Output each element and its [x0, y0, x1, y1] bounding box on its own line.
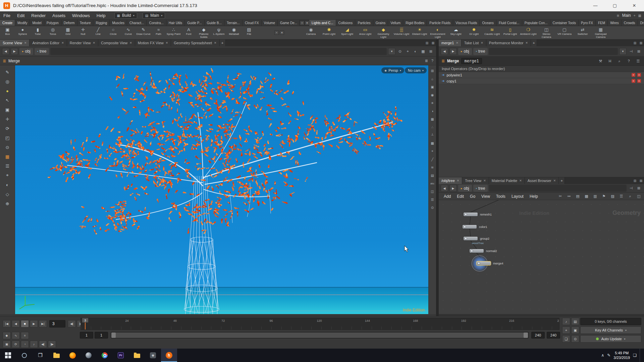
premiere-pro[interactable]: Pr: [113, 349, 129, 362]
shelf-tab-polygon[interactable]: Polygon: [44, 20, 61, 26]
node-merge4[interactable]: [476, 261, 491, 265]
network-menu-edit[interactable]: Edit: [454, 194, 467, 199]
rows-icon[interactable]: ☰: [618, 193, 625, 199]
frame-range-slider[interactable]: [111, 332, 529, 339]
shelf-tab-create[interactable]: Create: [0, 20, 15, 26]
update-options-button[interactable]: ⊙: [571, 335, 579, 343]
back-button[interactable]: ◀: [2, 48, 9, 55]
task-view-button[interactable]: ❐: [32, 349, 48, 362]
pane-tab-geometry-spreadsheet[interactable]: Geometry Spreadsheet✕: [171, 40, 219, 46]
shelf-tab-terrain[interactable]: Terrain...: [224, 20, 243, 26]
clear-input-button[interactable]: ✕: [632, 79, 635, 83]
align-icon[interactable]: ≔: [566, 193, 572, 199]
menu-help[interactable]: Help: [93, 11, 109, 19]
menu-render[interactable]: Render: [28, 11, 49, 19]
range-start-handle[interactable]: [111, 333, 116, 338]
split-icon[interactable]: ⊞: [428, 48, 434, 55]
close-tab-icon[interactable]: ✕: [129, 41, 132, 45]
shelf-tab-game-de[interactable]: Game De...: [278, 20, 300, 26]
shelf-tool-ambient-light[interactable]: ❍Ambient Light: [519, 26, 537, 39]
input-row-polywire1[interactable]: ➔polywire1✕✕: [439, 72, 644, 78]
shelf-add-icon[interactable]: +: [300, 21, 304, 25]
range-bar[interactable]: [111, 333, 528, 338]
shelf-tool-geometry-light[interactable]: ◆Geometry Light: [374, 26, 392, 39]
shelf-tool-sky-light[interactable]: ☁Sky Light: [447, 26, 465, 39]
snap-tool-icon[interactable]: ⌖: [3, 171, 12, 179]
shelf-tool-null[interactable]: ✛Null: [75, 26, 91, 39]
new-pane-tab-button[interactable]: +: [559, 177, 565, 184]
step-back-button[interactable]: ◀|: [39, 341, 47, 348]
close-tab-icon[interactable]: ✕: [519, 179, 522, 182]
shelf-tool-circle[interactable]: ○Circle: [106, 26, 121, 39]
path-field[interactable]: [489, 185, 627, 192]
shelf-tool-gamepad-camera[interactable]: ▦Gamepad Camera: [592, 26, 610, 39]
shelf-tab-muscles[interactable]: Muscles: [110, 20, 127, 26]
path-dropdown-button[interactable]: ▾: [388, 48, 395, 55]
shelf-tab-fem[interactable]: FEM: [596, 20, 608, 26]
pane-tab-render-view[interactable]: Render View✕: [67, 40, 98, 46]
shelf-tab-constra[interactable]: Constra...: [147, 20, 166, 26]
realtime-button[interactable]: ◔: [21, 341, 29, 348]
layout-grid-icon[interactable]: ▦: [638, 14, 641, 17]
pen-icon[interactable]: ✎: [607, 353, 610, 358]
shelf-tool-l-system[interactable]: ψL-System: [211, 26, 226, 39]
pane-tab-scene-view[interactable]: Scene View✕: [0, 40, 30, 46]
node-remesh1[interactable]: [463, 212, 478, 217]
path-field[interactable]: [489, 48, 618, 55]
breadcrumb-tree[interactable]: ▪ tree: [35, 48, 49, 55]
network-canvas[interactable]: Indie Edition Geometry remesh1color1grou…: [439, 200, 644, 314]
shelf-tab-rigid-bodies[interactable]: Rigid Bodies: [403, 20, 427, 26]
node-color1[interactable]: [462, 225, 477, 229]
shelf-tab-wires[interactable]: Wires: [608, 20, 622, 26]
breadcrumb-obj[interactable]: ▸ obj: [458, 185, 472, 192]
firefox[interactable]: [64, 349, 80, 362]
breadcrumb-obj[interactable]: ▸ obj: [19, 48, 33, 55]
draw-tool-icon[interactable]: ✎: [3, 68, 12, 76]
shelf-tool-sphere[interactable]: ●Sphere: [15, 26, 30, 39]
close-tab-icon[interactable]: ✕: [166, 41, 168, 45]
close-tab-icon[interactable]: ✕: [457, 179, 460, 182]
shelf-tab-cloud-fx[interactable]: Cloud FX: [243, 20, 262, 26]
state-help-icon[interactable]: ?: [431, 59, 433, 63]
breadcrumb-tree[interactable]: ▪ tree: [473, 48, 488, 55]
close-tab-icon[interactable]: ✕: [61, 41, 64, 45]
shelf-tool-curve[interactable]: ∿Curve: [121, 26, 136, 39]
shelf-tab-model[interactable]: Model: [30, 20, 44, 26]
shelf-tool-portal-light[interactable]: ▯Portal Light: [501, 26, 519, 39]
paint-tool-icon[interactable]: ●: [3, 87, 12, 95]
houdini[interactable]: h: [161, 349, 177, 362]
home-view-icon[interactable]: ⌂: [429, 75, 436, 82]
desktop-main-select[interactable]: ▤ Main ▾: [143, 12, 165, 19]
back-button[interactable]: ◀: [441, 48, 448, 55]
play-forward-button[interactable]: ▶: [30, 320, 38, 327]
shelf-tab-populate-con[interactable]: Populate Con...: [522, 20, 550, 26]
auto-update-button[interactable]: Auto Update ▾: [580, 335, 641, 343]
folder-shortcut[interactable]: [129, 349, 145, 362]
audio-button[interactable]: ♪: [30, 341, 38, 348]
points-icon[interactable]: ∴: [429, 124, 436, 130]
minimap-icon[interactable]: ◫: [636, 193, 642, 199]
text-display-icon[interactable]: abc: [429, 180, 436, 187]
pane-tab-asset-browser[interactable]: Asset Browser✕: [525, 177, 559, 184]
columns-icon[interactable]: ▥: [592, 193, 598, 199]
close-tab-icon[interactable]: ✕: [214, 41, 217, 45]
close-tab-icon[interactable]: ✕: [526, 41, 528, 45]
step-back-button[interactable]: ◀|: [68, 320, 76, 327]
input-row-copy1[interactable]: ➔copy1✕✕: [439, 78, 644, 84]
camera-select-button[interactable]: No cam ▾: [405, 67, 427, 73]
translate-tool-icon[interactable]: ✛: [3, 115, 12, 123]
shelf-tool-line[interactable]: ╱Line: [91, 26, 106, 39]
shelf-tool-spray-paint[interactable]: ∴Spray Paint: [166, 26, 181, 39]
current-tool-icon[interactable]: ▦: [3, 153, 12, 161]
range-start-field[interactable]: 1: [80, 332, 93, 339]
shelf-tab-pyro-fx[interactable]: Pyro FX: [579, 20, 596, 26]
shelf-tool-box[interactable]: ▣Box: [0, 26, 15, 39]
shelf-tool-platonic-solids[interactable]: ◆Platonic Solids: [196, 26, 211, 39]
network-menu-layout[interactable]: Layout: [508, 194, 527, 199]
timeline-options-button[interactable]: ▤: [571, 318, 579, 325]
desktop-build-select[interactable]: ▦ Build ▾: [114, 12, 137, 19]
slash-icon[interactable]: ╱: [429, 156, 436, 163]
shelf-tools-add-icon[interactable]: +: [274, 31, 279, 35]
shelf-tab-volume[interactable]: Volume: [262, 20, 278, 26]
mirror-tool-icon[interactable]: ◇: [3, 190, 12, 198]
